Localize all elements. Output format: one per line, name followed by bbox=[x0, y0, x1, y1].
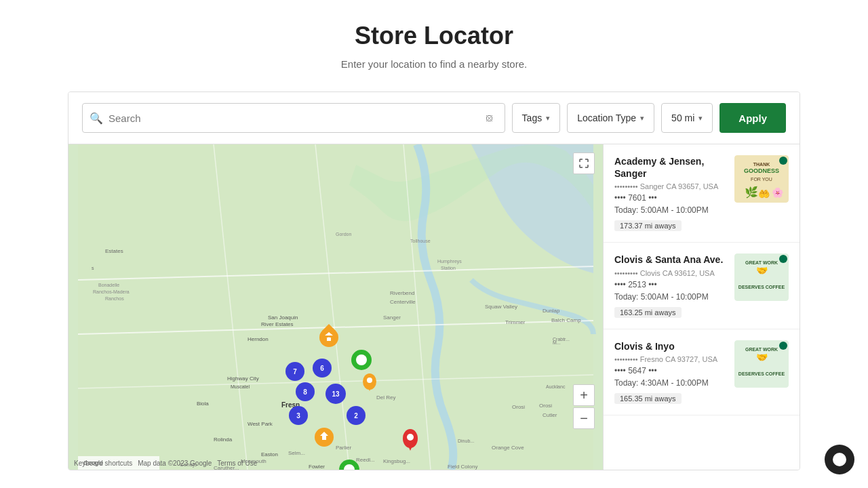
svg-text:Rolinda: Rolinda bbox=[214, 436, 233, 443]
search-input[interactable] bbox=[108, 113, 481, 124]
store-distance: 163.25 mi aways bbox=[614, 307, 682, 318]
svg-point-73 bbox=[356, 354, 367, 365]
svg-text:Riverbend: Riverbend bbox=[390, 290, 414, 296]
store-card[interactable]: Clovis & Santa Ana Ave. ••••••••• Clovis… bbox=[604, 243, 800, 329]
distance-dropdown[interactable]: 50 mi ▾ bbox=[661, 103, 713, 133]
distance-label: 50 mi bbox=[671, 113, 694, 123]
svg-text:Del Rey: Del Rey bbox=[376, 394, 395, 401]
svg-text:Dinub...: Dinub... bbox=[458, 439, 474, 443]
svg-text:Easton: Easton bbox=[261, 451, 278, 458]
store-phone: •••• 5647 ••• bbox=[614, 366, 726, 375]
main-container: 🔍 ⦻ Tags ▾ Location Type ▾ 50 mi ▾ Apply bbox=[68, 92, 800, 470]
svg-text:Estates: Estates bbox=[105, 248, 123, 254]
marker-house-bottom1 bbox=[315, 428, 334, 447]
svg-text:Balch Camp: Balch Camp bbox=[551, 317, 581, 323]
svg-text:THANK: THANK bbox=[753, 162, 770, 167]
location-type-dropdown[interactable]: Location Type ▾ bbox=[567, 103, 654, 133]
toolbar: 🔍 ⦻ Tags ▾ Location Type ▾ 50 mi ▾ Apply bbox=[68, 92, 800, 144]
search-wrapper: 🔍 ⦻ bbox=[82, 103, 505, 133]
zoom-in-button[interactable]: + bbox=[573, 384, 595, 406]
svg-text:Highway City: Highway City bbox=[227, 375, 259, 382]
search-icon: 🔍 bbox=[90, 112, 103, 125]
svg-text:3: 3 bbox=[296, 412, 300, 420]
svg-text:River Estates: River Estates bbox=[261, 321, 294, 327]
location-type-chevron-icon: ▾ bbox=[640, 114, 644, 123]
svg-text:Biola: Biola bbox=[197, 401, 209, 407]
map-area: Estates s Bonadelle Ranchos-Madera Ranch… bbox=[68, 144, 603, 470]
svg-text:Centerville: Centerville bbox=[390, 299, 416, 305]
store-name: Academy & Jensen, Sanger bbox=[614, 155, 726, 180]
apply-button[interactable]: Apply bbox=[719, 103, 786, 133]
store-address: ••••••••• Fresno CA 93727, USA bbox=[614, 355, 726, 363]
svg-text:Station: Station bbox=[441, 266, 456, 270]
svg-text:GOODNESS: GOODNESS bbox=[744, 167, 779, 174]
svg-text:Fowler: Fowler bbox=[309, 464, 325, 470]
svg-point-123 bbox=[779, 342, 787, 350]
location-type-label: Location Type bbox=[577, 113, 636, 123]
svg-text:Humphreys: Humphreys bbox=[437, 259, 462, 264]
tags-chevron-icon: ▾ bbox=[546, 114, 550, 123]
store-info: Clovis & Santa Ana Ave. ••••••••• Clovis… bbox=[614, 253, 726, 317]
svg-text:13: 13 bbox=[332, 390, 340, 398]
svg-text:DESERVES COFFEE: DESERVES COFFEE bbox=[738, 371, 785, 376]
chat-button[interactable] bbox=[825, 445, 854, 470]
store-address: ••••••••• Sanger CA 93657, USA bbox=[614, 182, 726, 190]
store-hours: Today: 5:00AM - 10:00PM bbox=[614, 205, 726, 215]
svg-text:Herndon: Herndon bbox=[248, 336, 269, 342]
tags-dropdown[interactable]: Tags ▾ bbox=[512, 103, 561, 133]
svg-text:Ranchos: Ranchos bbox=[105, 296, 124, 301]
svg-text:Crabtr...: Crabtr... bbox=[553, 337, 570, 342]
svg-text:Aucklanc: Aucklanc bbox=[546, 384, 566, 389]
svg-text:Orange Cove: Orange Cove bbox=[492, 445, 524, 451]
svg-point-100 bbox=[407, 434, 414, 441]
store-image: THANK GOODNESS FOR YOU 🌿 🤲 🌸 bbox=[734, 155, 789, 203]
store-card[interactable]: Academy & Jensen, Sanger ••••••••• Sange… bbox=[604, 144, 800, 243]
expand-map-button[interactable] bbox=[573, 152, 595, 174]
cluster-8: 8 bbox=[296, 382, 315, 401]
chat-icon bbox=[833, 453, 846, 466]
terms-link[interactable]: Terms of Use bbox=[217, 460, 257, 467]
svg-text:8: 8 bbox=[303, 388, 307, 396]
svg-point-113 bbox=[779, 157, 787, 165]
svg-text:Reedl...: Reedl... bbox=[356, 457, 375, 463]
svg-text:GREAT WORK: GREAT WORK bbox=[745, 260, 778, 265]
tags-label: Tags bbox=[522, 113, 542, 123]
location-target-icon[interactable]: ⦻ bbox=[481, 112, 498, 124]
svg-text:Selm...: Selm... bbox=[288, 450, 305, 456]
cluster-7: 7 bbox=[285, 362, 304, 381]
cluster-3-left: 3 bbox=[289, 406, 308, 425]
svg-text:Orosi: Orosi bbox=[512, 404, 525, 410]
store-image: GREAT WORK 🤝 DESERVES COFFEE bbox=[734, 253, 789, 301]
store-name: Clovis & Inyo bbox=[614, 340, 726, 352]
content-area: Estates s Bonadelle Ranchos-Madera Ranch… bbox=[68, 144, 800, 470]
svg-text:2: 2 bbox=[354, 412, 358, 420]
page-header: Store Locator Enter your location to fin… bbox=[0, 0, 868, 81]
svg-text:🌿: 🌿 bbox=[745, 186, 758, 199]
store-list: Academy & Jensen, Sanger ••••••••• Sange… bbox=[603, 144, 800, 470]
svg-text:Tollhouse: Tollhouse bbox=[410, 239, 431, 243]
zoom-out-button[interactable]: − bbox=[573, 407, 595, 429]
svg-text:Orosi: Orosi bbox=[539, 403, 552, 409]
store-hours: Today: 4:30AM - 10:00PM bbox=[614, 378, 726, 388]
map-footer: Keyboard shortcuts Map data ©2023 Google… bbox=[74, 460, 257, 467]
store-image: GREAT WORK 🤝 DESERVES COFFEE bbox=[734, 340, 789, 388]
svg-text:Sanger: Sanger bbox=[383, 314, 401, 321]
cluster-13: 13 bbox=[326, 384, 346, 404]
store-distance: 173.37 mi aways bbox=[614, 220, 682, 231]
svg-text:🤝: 🤝 bbox=[756, 265, 768, 277]
svg-text:Gordon: Gordon bbox=[336, 232, 351, 237]
keyboard-shortcuts-link[interactable]: Keyboard shortcuts bbox=[74, 460, 132, 467]
distance-chevron-icon: ▾ bbox=[698, 114, 703, 123]
store-card[interactable]: Clovis & Inyo ••••••••• Fresno CA 93727,… bbox=[604, 329, 800, 415]
page-subtitle: Enter your location to find a nearby sto… bbox=[14, 58, 854, 70]
map-data-text: Map data ©2023 Google bbox=[138, 460, 212, 467]
svg-text:s: s bbox=[92, 266, 94, 270]
svg-text:🌸: 🌸 bbox=[772, 187, 784, 199]
svg-text:GREAT WORK: GREAT WORK bbox=[745, 347, 778, 352]
svg-text:Trimmer: Trimmer bbox=[505, 319, 526, 325]
svg-text:San Joaquin: San Joaquin bbox=[268, 314, 298, 321]
svg-text:🤲: 🤲 bbox=[758, 188, 770, 200]
svg-text:Bonadelle: Bonadelle bbox=[98, 283, 119, 287]
store-info: Academy & Jensen, Sanger ••••••••• Sange… bbox=[614, 155, 726, 231]
store-hours: Today: 5:00AM - 10:00PM bbox=[614, 292, 726, 302]
